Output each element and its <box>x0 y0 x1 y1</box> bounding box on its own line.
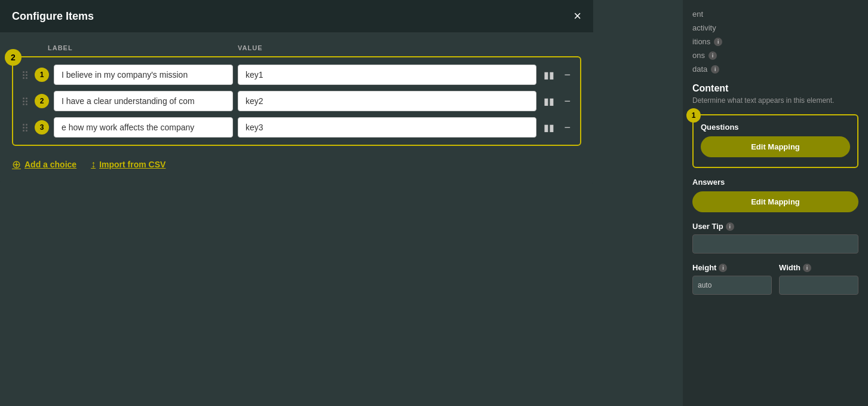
drag-handle-3[interactable] <box>20 124 30 132</box>
answers-label: Answers <box>692 178 858 187</box>
height-input[interactable] <box>692 276 772 295</box>
modal-body: LABEL VALUE 2 1 ▮▮ − <box>0 32 593 185</box>
items-badge: 2 <box>5 49 22 66</box>
sidebar-nav-item-activity[interactable]: activity <box>692 23 858 32</box>
item-label-input-3[interactable] <box>54 117 233 138</box>
drag-handle-1[interactable] <box>20 71 30 79</box>
item-label-input-1[interactable] <box>54 65 233 85</box>
item-value-input-2[interactable] <box>238 91 536 111</box>
height-group: Height i <box>692 263 772 295</box>
width-label: Width <box>779 263 800 272</box>
item-number-3: 3 <box>35 120 49 135</box>
user-tip-input[interactable] <box>692 234 858 254</box>
user-tip-info-icon: i <box>726 222 734 231</box>
item-label-input-2[interactable] <box>54 91 233 111</box>
sidebar-nav: ent activity itions i ons i data i <box>692 10 858 74</box>
import-csv-button[interactable]: ↕ Import from CSV <box>91 159 165 170</box>
sidebar-nav-item-itions[interactable]: itions i <box>692 37 858 46</box>
questions-edit-mapping-button[interactable]: Edit Mapping <box>701 136 850 157</box>
questions-section: 1 Questions Edit Mapping <box>692 114 858 168</box>
drag-handle-2[interactable] <box>20 97 30 105</box>
content-title: Content <box>692 83 858 94</box>
item-value-input-3[interactable] <box>238 117 536 138</box>
table-row: 1 ▮▮ − <box>20 65 573 85</box>
height-label: Height <box>692 263 716 272</box>
item-value-input-1[interactable] <box>238 65 536 85</box>
user-tip-section: User Tip i <box>692 222 858 263</box>
remove-button-3[interactable]: − <box>562 120 573 135</box>
sidebar-nav-item-data[interactable]: data i <box>692 65 858 74</box>
content-description: Determine what text appears in this elem… <box>692 96 858 105</box>
info-icon-ons: i <box>708 51 717 60</box>
sidebar-nav-item-ons[interactable]: ons i <box>692 51 858 60</box>
import-csv-icon: ↕ <box>91 159 96 170</box>
dimension-row: Height i Width i <box>692 263 858 295</box>
info-icon-itions: i <box>714 38 722 46</box>
add-choice-label: Add a choice <box>24 160 76 169</box>
copy-button-2[interactable]: ▮▮ <box>541 93 557 109</box>
configure-items-modal: Configure Items × LABEL VALUE 2 1 ▮▮ <box>0 0 593 185</box>
item-number-1: 1 <box>35 68 49 82</box>
answers-section: Answers Edit Mapping <box>692 178 858 212</box>
questions-badge: 1 <box>686 108 701 123</box>
add-choice-icon: ⊕ <box>12 158 21 171</box>
user-tip-label: User Tip <box>692 222 723 231</box>
answers-edit-mapping-button[interactable]: Edit Mapping <box>692 191 858 212</box>
width-info-icon: i <box>803 264 811 272</box>
remove-button-2[interactable]: − <box>562 93 573 109</box>
table-row: 2 ▮▮ − <box>20 91 573 111</box>
height-info-icon: i <box>719 264 727 272</box>
item-number-2: 2 <box>35 94 49 108</box>
column-headers: LABEL VALUE <box>12 44 581 51</box>
modal-title: Configure Items <box>12 10 94 23</box>
modal-footer-actions: ⊕ Add a choice ↕ Import from CSV <box>12 155 581 173</box>
label-column-header: LABEL <box>48 44 233 51</box>
sidebar-nav-item-ent[interactable]: ent <box>692 10 858 19</box>
add-choice-button[interactable]: ⊕ Add a choice <box>12 158 76 171</box>
remove-button-1[interactable]: − <box>562 67 573 83</box>
copy-button-3[interactable]: ▮▮ <box>541 120 557 136</box>
modal-close-button[interactable]: × <box>573 10 581 23</box>
copy-button-1[interactable]: ▮▮ <box>541 67 557 83</box>
width-input[interactable] <box>779 276 858 295</box>
width-group: Width i <box>779 263 858 295</box>
import-csv-label: Import from CSV <box>99 160 165 169</box>
modal-header: Configure Items × <box>0 0 593 32</box>
value-column-header: VALUE <box>238 44 581 51</box>
info-icon-data: i <box>711 65 719 74</box>
items-container: 2 1 ▮▮ − 2 <box>12 56 581 146</box>
table-row: 3 ▮▮ − <box>20 117 573 138</box>
questions-label: Questions <box>701 123 850 132</box>
